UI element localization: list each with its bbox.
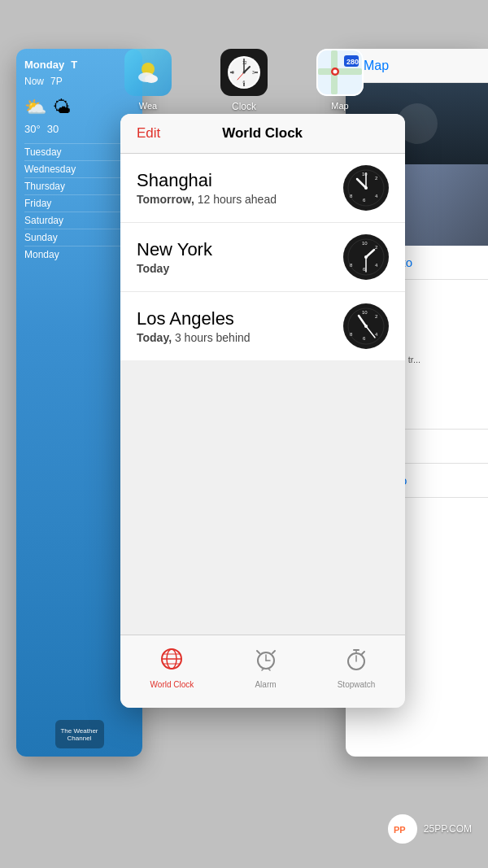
weather-thursday: Thursday: [24, 177, 134, 194]
svg-point-54: [364, 325, 368, 328]
svg-text:3: 3: [252, 70, 255, 75]
weather-friday: Friday: [24, 194, 134, 212]
clock-tabbar: World Clock Alarm: [120, 635, 405, 708]
tab-world-clock[interactable]: World Clock: [150, 647, 194, 689]
svg-rect-20: [318, 68, 362, 75]
clock-face-newyork: 10 2 4 6 8: [343, 234, 389, 280]
clock-city-list: Shanghai Tomorrow, 12 hours ahead 10 2 4…: [120, 154, 405, 360]
clock-city-text-newyork: New York Today: [137, 239, 343, 275]
clock-time-info-losangeles: Today, 3 hours behind: [137, 331, 343, 344]
weather-saturday: Saturday: [24, 212, 134, 229]
stopwatch-clock-icon: [344, 647, 368, 671]
svg-line-65: [262, 669, 264, 670]
clock-svg-shanghai: 10 2 4 6 8: [345, 167, 387, 209]
maps-icon-svg: 280: [316, 49, 364, 96]
alarm-icon: [254, 647, 278, 677]
tab-stopwatch[interactable]: Stopwatch: [338, 647, 376, 689]
clock-nav-bar: Edit World Clock: [120, 114, 405, 154]
svg-text:10: 10: [362, 310, 368, 315]
clock-app-label: Clock: [232, 101, 256, 112]
clock-day-label-shanghai: Tomorrow,: [137, 193, 194, 206]
svg-point-16: [243, 72, 246, 74]
clock-app-card: Edit World Clock Shanghai Tomorrow, 12 h…: [120, 114, 405, 708]
svg-text:6: 6: [243, 80, 246, 85]
clock-icon-svg: 12 3 6 9: [225, 54, 263, 91]
tab-alarm[interactable]: Alarm: [254, 647, 278, 689]
weather-app-icon-item[interactable]: Wea: [124, 49, 172, 112]
clock-nav-title: World Clock: [222, 125, 303, 142]
weather-tuesday: Tuesday: [24, 143, 134, 160]
weather-app-label: Wea: [139, 101, 157, 111]
clock-city-item-losangeles[interactable]: Los Angeles Today, 3 hours behind 10 2 4…: [120, 292, 405, 360]
clock-time-info-shanghai: Tomorrow, 12 hours ahead: [137, 193, 343, 206]
svg-text:10: 10: [362, 172, 368, 177]
weather-icon-svg: [132, 56, 164, 89]
clock-city-item-newyork[interactable]: New York Today 10 2 4 6 8: [120, 223, 405, 292]
clock-edit-button[interactable]: Edit: [137, 125, 160, 142]
clock-city-name-losangeles: Los Angeles: [137, 308, 343, 329]
svg-point-34: [364, 186, 368, 190]
tab-world-clock-label: World Clock: [150, 680, 194, 689]
clock-app-icon[interactable]: 12 3 6 9: [220, 49, 268, 96]
weather-sunday: Sunday: [24, 229, 134, 246]
clock-svg-newyork: 10 2 4 6 8: [345, 236, 387, 278]
stopwatch-icon: [344, 647, 368, 677]
svg-line-71: [362, 652, 364, 654]
clock-svg-losangeles: 10 2 4 6 8: [345, 305, 387, 347]
svg-text:10: 10: [362, 241, 368, 246]
weather-wednesday: Wednesday: [24, 160, 134, 177]
maps-app-icon[interactable]: 280: [316, 49, 364, 96]
svg-text:PP: PP: [394, 825, 406, 835]
weather-monday2: Monday: [24, 246, 134, 263]
svg-text:12: 12: [242, 60, 247, 65]
weather-temp-1: 30°: [24, 123, 41, 135]
svg-point-2: [145, 75, 158, 83]
svg-text:280: 280: [346, 58, 359, 66]
pp-site-text: 25PP.COM: [424, 823, 472, 835]
clock-city-item-shanghai[interactable]: Shanghai Tomorrow, 12 hours ahead 10 2 4…: [120, 154, 405, 223]
world-clock-icon: [159, 647, 184, 677]
clock-day-label-newyork: Today: [137, 262, 169, 275]
weather-footer: The Weather Channel: [16, 720, 142, 748]
maps-app-icon-item[interactable]: 280 Map: [316, 49, 364, 112]
svg-point-24: [333, 70, 338, 74]
watermark: PP 25PP.COM: [388, 814, 472, 844]
clock-face-losangeles: 10 2 4 6 8: [343, 303, 389, 349]
clock-time-detail-losangeles: 3 hours behind: [175, 331, 251, 344]
clock-time-detail-shanghai: 12 hours ahead: [198, 193, 277, 206]
maps-app-label: Map: [331, 101, 348, 111]
pp-logo-icon: PP: [391, 818, 414, 840]
clock-city-name-shanghai: Shanghai: [137, 170, 343, 191]
svg-line-63: [257, 651, 259, 653]
svg-line-66: [268, 669, 270, 670]
clock-time-info-newyork: Today: [137, 262, 343, 275]
svg-point-44: [364, 255, 368, 259]
weather-channel-logo: The Weather Channel: [55, 720, 104, 748]
tab-alarm-label: Alarm: [255, 680, 276, 689]
clock-city-name-newyork: New York: [137, 239, 343, 260]
clock-app-icon-item[interactable]: 12 3 6 9 Clock: [220, 49, 268, 112]
svg-text:9: 9: [232, 70, 234, 75]
tab-stopwatch-label: Stopwatch: [338, 680, 376, 689]
app-icons-row: Wea 12 3 6 9: [0, 49, 488, 112]
clock-city-text-shanghai: Shanghai Tomorrow, 12 hours ahead: [137, 170, 343, 206]
weather-temp-2: 30: [47, 123, 59, 135]
clock-spacer: [120, 360, 405, 588]
clock-city-text-losangeles: Los Angeles Today, 3 hours behind: [137, 308, 343, 344]
pp-logo: PP: [388, 814, 417, 844]
globe-icon: [159, 647, 184, 671]
alarm-clock-icon: [254, 647, 278, 671]
clock-day-label-losangeles: Today,: [137, 331, 172, 344]
clock-face-shanghai: 10 2 4 6 8: [343, 165, 389, 211]
svg-line-64: [272, 651, 275, 653]
weather-app-icon[interactable]: [124, 49, 172, 96]
